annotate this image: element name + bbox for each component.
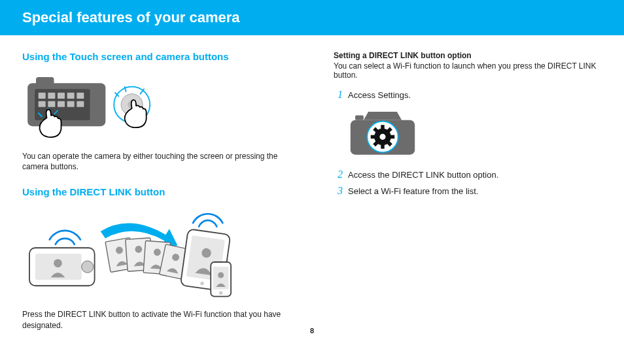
svg-rect-48 bbox=[390, 135, 394, 138]
step-text: Access Settings. bbox=[348, 89, 411, 100]
left-column: Using the Touch screen and camera button… bbox=[22, 51, 297, 331]
camera-touch-illustration bbox=[22, 70, 179, 144]
step-item: 2 Access the DIRECT LINK button option. bbox=[334, 169, 608, 180]
svg-rect-11 bbox=[67, 101, 75, 107]
svg-rect-4 bbox=[48, 93, 55, 99]
section-body-touch: You can operate the camera by either tou… bbox=[22, 151, 297, 172]
steps-list-cont: 2 Access the DIRECT LINK button option. … bbox=[334, 169, 608, 197]
svg-rect-12 bbox=[77, 101, 84, 107]
svg-point-24 bbox=[82, 261, 94, 273]
steps-list: 1 Access Settings. bbox=[334, 89, 608, 101]
step-number: 3 bbox=[334, 185, 343, 197]
step-text: Select a Wi-Fi feature from the list. bbox=[348, 185, 478, 196]
step-number: 1 bbox=[334, 89, 343, 101]
svg-point-41 bbox=[218, 273, 224, 278]
step-number: 2 bbox=[334, 169, 343, 180]
subheading-direct-link-option: Setting a DIRECT LINK button option bbox=[334, 51, 608, 60]
camera-settings-gear-illustration bbox=[347, 106, 419, 162]
right-column: Setting a DIRECT LINK button option You … bbox=[334, 51, 608, 331]
page-body: Using the Touch screen and camera button… bbox=[0, 35, 624, 331]
svg-rect-1 bbox=[36, 77, 54, 86]
step-item: 3 Select a Wi-Fi feature from the list. bbox=[334, 185, 608, 197]
svg-point-25 bbox=[54, 259, 62, 268]
svg-rect-5 bbox=[58, 93, 65, 99]
svg-rect-8 bbox=[39, 101, 46, 107]
svg-rect-6 bbox=[67, 93, 75, 99]
svg-rect-9 bbox=[48, 101, 55, 107]
svg-rect-7 bbox=[77, 93, 84, 99]
section-heading-directlink: Using the DIRECT LINK button bbox=[22, 186, 297, 197]
step-text: Access the DIRECT LINK button option. bbox=[348, 169, 498, 180]
svg-rect-46 bbox=[381, 125, 384, 129]
subtext-direct-link-option: You can select a Wi-Fi function to launc… bbox=[334, 61, 608, 80]
svg-rect-47 bbox=[381, 144, 384, 148]
direct-link-share-illustration bbox=[22, 205, 238, 303]
page-title-bar: Special features of your camera bbox=[0, 0, 624, 35]
svg-rect-43 bbox=[355, 115, 364, 120]
section-heading-touch: Using the Touch screen and camera button… bbox=[22, 51, 297, 62]
svg-point-54 bbox=[379, 133, 385, 139]
svg-rect-49 bbox=[371, 135, 375, 138]
step-item: 1 Access Settings. bbox=[334, 89, 608, 101]
section-body-directlink: Press the DIRECT LINK button to activate… bbox=[22, 309, 297, 330]
svg-point-40 bbox=[219, 291, 222, 295]
page-title: Special features of your camera bbox=[22, 9, 240, 25]
svg-rect-10 bbox=[58, 101, 65, 107]
svg-rect-3 bbox=[39, 93, 46, 99]
page-number: 8 bbox=[310, 327, 314, 335]
